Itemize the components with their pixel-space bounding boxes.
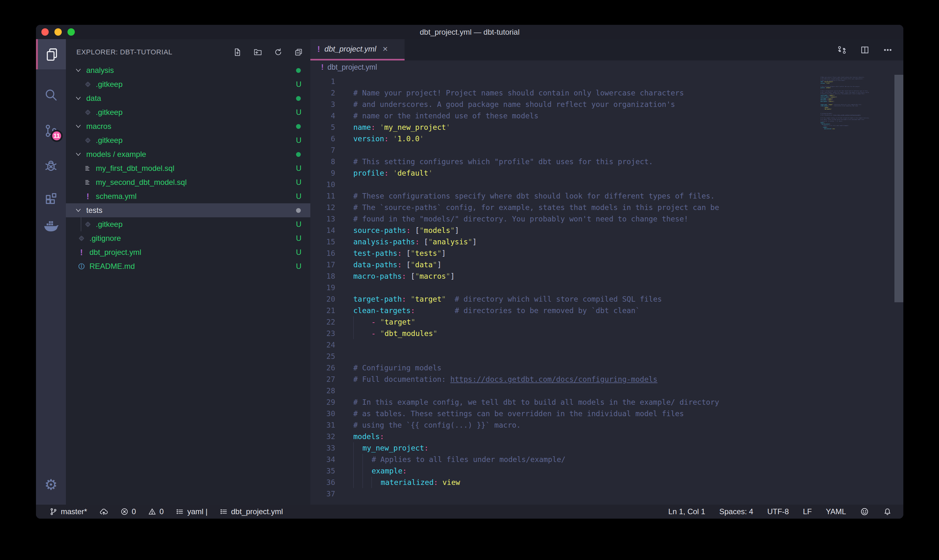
tree-item-label: README.md bbox=[89, 262, 135, 271]
breadcrumb-label: dbt_project.yml bbox=[328, 63, 377, 72]
tree-item-schema-yml[interactable]: !schema.ymlU bbox=[66, 189, 310, 203]
line-number: 18 bbox=[310, 271, 335, 282]
code-line-23: 23 - "dbt_modules" bbox=[310, 328, 904, 339]
tree-item--gitkeep[interactable]: .gitkeepU bbox=[66, 105, 310, 119]
code-line-27: 27# Full documentation: https://docs.get… bbox=[310, 374, 904, 385]
line-content bbox=[335, 179, 353, 190]
chevron-down-icon bbox=[74, 123, 82, 130]
activity-item-docker[interactable] bbox=[36, 211, 66, 241]
line-number: 1 bbox=[310, 76, 335, 87]
tree-item-models-example[interactable]: models / example bbox=[66, 147, 310, 161]
bell-icon bbox=[883, 507, 892, 516]
status-item-dbt-project-yml[interactable]: dbt_project.yml bbox=[220, 507, 283, 516]
line-content: example: bbox=[335, 465, 407, 477]
line-number: 14 bbox=[310, 225, 335, 236]
status-item-label: 0 bbox=[160, 507, 164, 516]
tree-item--gitkeep[interactable]: .gitkeepU bbox=[66, 217, 310, 231]
activity-item-debug[interactable] bbox=[36, 151, 66, 181]
open-changes-icon bbox=[837, 45, 847, 55]
status-item-cloud-upload-icon[interactable] bbox=[99, 507, 108, 516]
open-changes-button[interactable] bbox=[837, 45, 847, 55]
tree-item-label: dbt_project.yml bbox=[89, 248, 141, 257]
extensions-icon bbox=[44, 192, 58, 206]
minimap[interactable]: # Name your project! Project names shoul… bbox=[820, 75, 894, 499]
git-untracked-badge: U bbox=[296, 220, 302, 229]
code-line-19: 19 bbox=[310, 282, 904, 293]
new-file-button[interactable] bbox=[233, 48, 242, 57]
code-editor[interactable]: 12# Name your project! Project names sho… bbox=[310, 74, 904, 505]
tree-item-my-second-dbt-model-sql[interactable]: my_second_dbt_model.sqlU bbox=[66, 175, 310, 189]
code-line-7: 7 bbox=[310, 145, 904, 156]
code-line-33: 33 my_new_project: bbox=[310, 442, 904, 454]
line-content: source-paths: ["models"] bbox=[335, 225, 459, 236]
activity-item-explorer[interactable] bbox=[36, 39, 66, 69]
line-content bbox=[335, 385, 353, 397]
more-actions-button[interactable] bbox=[883, 45, 893, 55]
activity-item-source-control[interactable]: 11 bbox=[36, 115, 66, 146]
tree-item-label: macros bbox=[86, 122, 111, 131]
status-item-master-[interactable]: master* bbox=[49, 507, 87, 516]
tree-item-my-first-dbt-model-sql[interactable]: my_first_dbt_model.sqlU bbox=[66, 161, 310, 175]
line-content: models: bbox=[335, 431, 384, 442]
status-item-smiley-icon[interactable] bbox=[860, 507, 869, 516]
line-content: data-paths: ["data"] bbox=[335, 259, 442, 271]
error-circle-icon bbox=[120, 508, 129, 516]
git-untracked-badge: U bbox=[296, 248, 302, 257]
tree-item-dbt-project-yml[interactable]: !dbt_project.ymlU bbox=[66, 245, 310, 259]
tree-item-data[interactable]: data bbox=[66, 91, 310, 105]
line-number: 12 bbox=[310, 202, 335, 213]
new-folder-button[interactable] bbox=[253, 48, 263, 57]
tab-dbt-project-yml[interactable]: ! dbt_project.yml × bbox=[310, 39, 405, 60]
code-line-30: 30# as tables. These settings can be ove… bbox=[310, 408, 904, 419]
status-item-label: LF bbox=[803, 507, 812, 516]
tree-item-macros[interactable]: macros bbox=[66, 119, 310, 133]
status-item-yaml[interactable]: YAML bbox=[826, 507, 846, 516]
tree-item--gitignore[interactable]: .gitignoreU bbox=[66, 231, 310, 245]
git-untracked-badge: U bbox=[296, 80, 302, 89]
status-item-utf-8[interactable]: UTF-8 bbox=[767, 507, 789, 516]
status-item-lf[interactable]: LF bbox=[803, 507, 812, 516]
status-item-yaml-[interactable]: yaml | bbox=[176, 507, 208, 516]
tree-item-readme-md[interactable]: README.mdU bbox=[66, 259, 310, 273]
line-content: # Name your project! Project names shoul… bbox=[335, 87, 684, 98]
status-item-ln-1-col-1[interactable]: Ln 1, Col 1 bbox=[668, 507, 705, 516]
git-file-icon bbox=[77, 234, 86, 242]
code-line-4: 4# name or the intended use of these mod… bbox=[310, 110, 904, 122]
line-number: 5 bbox=[310, 122, 335, 133]
breadcrumb[interactable]: ! dbt_project.yml bbox=[310, 60, 904, 74]
tree-item--gitkeep[interactable]: .gitkeepU bbox=[66, 77, 310, 91]
code-line-12: 12# The `source-paths` config, for examp… bbox=[310, 202, 904, 213]
tree-item-label: .gitkeep bbox=[96, 136, 123, 145]
refresh-button[interactable] bbox=[273, 48, 283, 57]
activity-item-extensions[interactable] bbox=[36, 184, 66, 214]
line-number: 27 bbox=[310, 374, 335, 385]
line-number: 25 bbox=[310, 351, 335, 362]
tree-item-tests[interactable]: tests bbox=[66, 203, 310, 217]
yaml-warning-icon: ! bbox=[77, 248, 86, 257]
code-line-25: 25 bbox=[310, 351, 904, 362]
tree-item-label: my_first_dbt_model.sql bbox=[96, 164, 174, 173]
title-bar[interactable]: dbt_project.yml — dbt-tutorial bbox=[36, 25, 904, 39]
scrollbar-thumb[interactable] bbox=[894, 75, 904, 302]
activity-item-search[interactable] bbox=[36, 80, 66, 110]
tree-item-analysis[interactable]: analysis bbox=[66, 63, 310, 77]
status-item-label: YAML bbox=[826, 507, 846, 516]
status-item-spaces-4[interactable]: Spaces: 4 bbox=[719, 507, 753, 516]
line-content bbox=[335, 351, 353, 362]
line-content: target-path: "target" # directory which … bbox=[335, 293, 662, 305]
editor-group: ! dbt_project.yml × ! dbt_project.yml 12… bbox=[310, 39, 904, 505]
split-editor-button[interactable] bbox=[860, 45, 870, 55]
code-line-9: 9profile: 'default' bbox=[310, 168, 904, 179]
line-content: # The `source-paths` config, for example… bbox=[335, 202, 719, 213]
tree-item--gitkeep[interactable]: .gitkeepU bbox=[66, 133, 310, 147]
status-item-0[interactable]: 0 bbox=[120, 507, 136, 516]
line-number: 21 bbox=[310, 305, 335, 316]
tree-item-label: analysis bbox=[86, 66, 114, 75]
close-tab-icon[interactable]: × bbox=[383, 44, 388, 54]
code-line-24: 24 bbox=[310, 339, 904, 351]
status-item-0[interactable]: 0 bbox=[148, 507, 164, 516]
collapse-all-button[interactable] bbox=[294, 48, 303, 57]
window-title: dbt_project.yml — dbt-tutorial bbox=[36, 25, 904, 39]
activity-item-settings[interactable]: ⚙ bbox=[36, 469, 66, 500]
status-item-bell-icon[interactable] bbox=[883, 507, 892, 516]
